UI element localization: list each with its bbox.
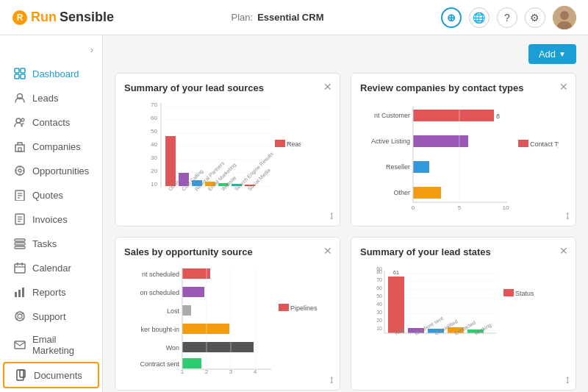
chart-lead-sources: 70 60 50 40 30 20 10 [124, 99, 331, 217]
sidebar-item-reports[interactable]: Reports [3, 280, 99, 304]
sidebar-item-quotes[interactable]: Quotes [3, 183, 99, 207]
sidebar-item-support[interactable]: Support [3, 304, 99, 328]
svg-text:40: 40 [376, 302, 382, 307]
svg-rect-30 [15, 246, 25, 249]
svg-text:ker bought-in: ker bought-in [140, 326, 179, 333]
sidebar-item-invoices[interactable]: Invoices [3, 207, 99, 231]
settings-icon[interactable]: ⚙ [525, 7, 545, 28]
svg-rect-31 [15, 264, 25, 273]
sidebar-item-email-marketing[interactable]: Email Marketing [3, 329, 99, 361]
svg-text:Contract sent: Contract sent [140, 360, 179, 368]
svg-rect-84 [413, 135, 468, 147]
svg-text:3: 3 [229, 368, 233, 374]
sidebar-label-documents: Documents [34, 370, 82, 381]
card-opportunity-source-close[interactable]: ✕ [323, 245, 332, 257]
svg-rect-5 [15, 68, 19, 73]
svg-text:4: 4 [254, 368, 257, 374]
logo-icon: R [12, 10, 28, 26]
sidebar-label-quotes: Quotes [32, 190, 63, 201]
svg-text:Lost: Lost [167, 307, 180, 315]
svg-text:20: 20 [151, 168, 157, 174]
main-header: Add ▼ [115, 44, 576, 64]
svg-text:10: 10 [503, 204, 509, 210]
svg-text:Other: Other [393, 189, 410, 196]
svg-text:50: 50 [151, 128, 157, 135]
tasks-icon [13, 237, 26, 250]
sidebar-toggle[interactable]: › [0, 41, 102, 61]
svg-text:10: 10 [376, 326, 382, 331]
svg-point-11 [21, 118, 24, 121]
chart-contact-types: nt Customer Active Listing Reseller Othe… [360, 99, 567, 217]
svg-text:60: 60 [376, 285, 382, 291]
sidebar-item-tasks[interactable]: Tasks [3, 232, 99, 255]
chart-opportunity-source: nt scheduled on scheduled Lost ker bough… [124, 263, 331, 381]
opportunity-source-chart: nt scheduled on scheduled Lost ker bough… [124, 263, 323, 374]
avatar-image [553, 6, 576, 29]
svg-rect-106 [182, 358, 201, 368]
svg-text:8: 8 [496, 113, 500, 120]
svg-text:R: R [17, 13, 24, 23]
globe-icon[interactable]: 🌐 [469, 7, 490, 28]
opportunities-icon [13, 164, 26, 177]
card-contact-types-close[interactable]: ✕ [559, 81, 568, 93]
svg-text:10: 10 [151, 181, 157, 188]
svg-text:Contact Type: Contact Type [530, 140, 559, 148]
svg-text:Status: Status [515, 290, 534, 297]
svg-rect-35 [15, 292, 17, 297]
card-contact-types-title: Review companies by contact types [360, 82, 567, 93]
svg-rect-82 [413, 110, 494, 121]
header-plan: Plan: Essential CRM [232, 12, 324, 23]
svg-text:Reseller: Reseller [386, 163, 410, 171]
svg-rect-135 [388, 277, 404, 333]
svg-rect-103 [182, 305, 191, 316]
svg-text:Pipelines: Pipelines [290, 304, 318, 312]
plan-label: Plan: [232, 12, 254, 23]
sidebar-label-reports: Reports [32, 287, 66, 298]
svg-text:30: 30 [151, 154, 157, 161]
card-lead-states: Summary of your lead states ✕ 80 70 60 5… [351, 237, 576, 391]
sidebar-item-companies[interactable]: Companies [3, 135, 99, 158]
dashboard-icon [13, 67, 26, 80]
sidebar-label-invoices: Invoices [32, 214, 68, 225]
sidebar-label-contacts: Contacts [32, 117, 70, 128]
svg-text:5: 5 [458, 204, 462, 210]
sidebar-item-documents[interactable]: Documents [3, 362, 99, 388]
svg-rect-62 [165, 136, 176, 186]
svg-rect-76 [275, 140, 285, 147]
svg-rect-37 [22, 288, 24, 297]
logo-run: Run [31, 10, 57, 25]
svg-rect-46 [20, 370, 25, 377]
card-lead-sources-close[interactable]: ✕ [323, 81, 332, 93]
sidebar-label-calendar: Calendar [32, 263, 71, 274]
sidebar-label-dashboard: Dashboard [32, 68, 79, 79]
sidebar-item-opportunities[interactable]: Opportunities [3, 159, 99, 182]
sidebar-item-contacts[interactable]: Contacts [3, 110, 99, 134]
card-lead-states-title: Summary of your lead states [360, 246, 567, 257]
avatar[interactable] [553, 6, 576, 29]
add-button-arrow: ▼ [559, 50, 566, 58]
sidebar-item-calendar[interactable]: Calendar [3, 256, 99, 279]
add-circle-icon[interactable]: ⊕ [441, 7, 462, 28]
svg-point-10 [16, 118, 21, 123]
sidebar-label-support: Support [32, 311, 66, 322]
card-opportunity-source: Sales by opportunity source ✕ nt schedul… [115, 237, 340, 391]
contact-types-chart: nt Customer Active Listing Reseller Othe… [360, 99, 559, 210]
main-layout: › Dashboard Leads [0, 35, 588, 392]
sidebar-item-dashboard[interactable]: Dashboard [3, 62, 99, 85]
svg-text:40: 40 [151, 141, 157, 148]
svg-text:nt scheduled: nt scheduled [142, 271, 179, 278]
svg-rect-101 [182, 268, 210, 279]
header: R RunSensible Plan: Essential CRM ⊕ 🌐 ? … [0, 0, 588, 35]
svg-text:70: 70 [151, 101, 157, 108]
main-content: Add ▼ Summary of your lead sources ✕ 70 … [103, 35, 588, 392]
help-icon[interactable]: ? [497, 7, 517, 28]
add-button[interactable]: Add ▼ [528, 44, 576, 64]
svg-rect-29 [15, 243, 25, 245]
svg-text:60: 60 [376, 266, 382, 271]
chart-lead-states: 80 70 60 50 40 30 20 10 [360, 263, 567, 381]
email-icon [13, 338, 26, 352]
card-lead-states-close[interactable]: ✕ [559, 245, 568, 257]
svg-text:60: 60 [151, 115, 157, 121]
sidebar-item-leads[interactable]: Leads [3, 86, 99, 110]
svg-rect-102 [182, 287, 204, 297]
